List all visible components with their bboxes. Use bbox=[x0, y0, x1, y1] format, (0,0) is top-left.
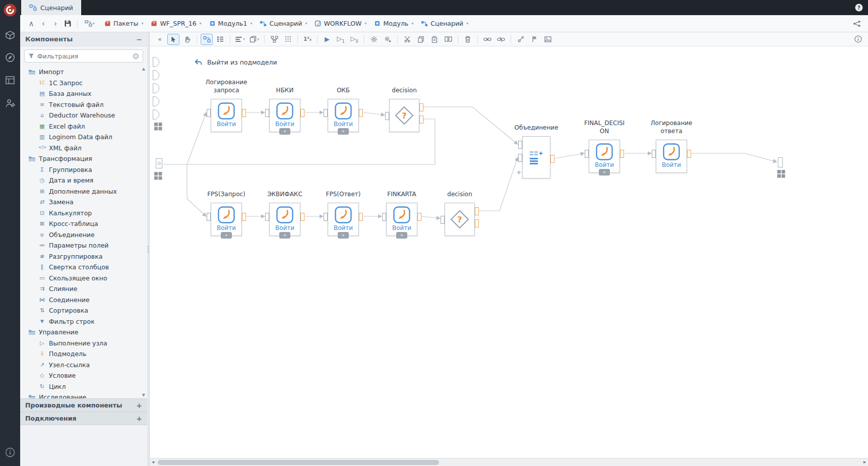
packages-icon[interactable] bbox=[2, 27, 18, 43]
info-icon[interactable] bbox=[852, 34, 864, 45]
workflow-canvas[interactable]: Выйти из подмодели bbox=[150, 46, 868, 458]
breadcrumb-wf-spr-16[interactable]: WF_SPR_16 ▾ bbox=[148, 18, 206, 29]
tree-item-дата-и-время[interactable]: ◷ Дата и время bbox=[20, 175, 147, 186]
catalog-icon[interactable] bbox=[2, 72, 18, 88]
administration-icon[interactable] bbox=[2, 95, 18, 111]
connection-wire[interactable] bbox=[163, 112, 206, 164]
unlink-icon[interactable] bbox=[495, 34, 507, 45]
input-port[interactable] bbox=[156, 158, 162, 168]
tree-item-excel-файл[interactable]: ▦ Excel файл bbox=[20, 121, 147, 132]
run-settings-icon[interactable] bbox=[382, 34, 394, 45]
auto-layout-icon[interactable] bbox=[268, 34, 280, 45]
horizontal-scrollbar[interactable]: ◂ ▸ bbox=[150, 458, 868, 466]
connection-wire[interactable] bbox=[555, 153, 584, 158]
expand-section-icon[interactable]: + bbox=[136, 402, 142, 409]
log-request-node[interactable]: Войти bbox=[211, 99, 242, 132]
breadcrumb-сценарий[interactable]: Сценарий ▾ bbox=[257, 18, 312, 29]
node-input-port[interactable] bbox=[382, 213, 386, 221]
node-input-port[interactable] bbox=[265, 213, 269, 221]
enter-submodel-link[interactable]: Войти bbox=[595, 161, 614, 168]
pan-tool-icon[interactable] bbox=[181, 34, 193, 45]
collapsed-ports-grid-icon[interactable] bbox=[154, 122, 162, 131]
node-output-port[interactable] bbox=[242, 213, 246, 221]
output-port[interactable] bbox=[778, 157, 783, 167]
node-output-port[interactable] bbox=[300, 109, 304, 117]
copy-icon[interactable] bbox=[415, 34, 427, 45]
collapse-panel-icon[interactable]: − bbox=[136, 36, 142, 43]
tree-item-сортировка[interactable]: ⇅ Сортировка bbox=[20, 305, 147, 316]
node-input-port[interactable] bbox=[652, 150, 656, 158]
run-from-node-icon[interactable]: ▷0 bbox=[348, 34, 360, 45]
export-image-icon[interactable] bbox=[542, 34, 554, 45]
list-view-icon[interactable] bbox=[214, 34, 226, 45]
section-connections[interactable]: Подключения + bbox=[20, 412, 147, 425]
enter-submodel-link[interactable]: Войти bbox=[662, 161, 681, 168]
scroll-down-icon[interactable]: ▼ bbox=[142, 393, 145, 397]
chevron-down-icon[interactable]: ▾ bbox=[305, 21, 307, 26]
tab-scenario[interactable]: Сценарий bbox=[21, 0, 81, 15]
connection-wire[interactable] bbox=[692, 153, 777, 162]
paste-icon[interactable] bbox=[428, 34, 441, 45]
node-output-port[interactable] bbox=[620, 150, 624, 158]
delete-icon[interactable] bbox=[462, 34, 474, 45]
collapse-panel-icon[interactable]: « bbox=[154, 34, 166, 45]
tree-folder-исследование[interactable]: Исследование bbox=[20, 392, 147, 398]
node-input-port[interactable] bbox=[324, 213, 328, 221]
filter-input[interactable] bbox=[37, 52, 130, 60]
settings-icon[interactable] bbox=[368, 34, 380, 45]
node-output-port[interactable] bbox=[242, 109, 246, 117]
decision-node-1[interactable]: ? bbox=[389, 99, 419, 132]
diagram-view-icon[interactable] bbox=[201, 34, 213, 45]
scrollbar-thumb[interactable] bbox=[158, 460, 439, 465]
node-input-port[interactable] bbox=[518, 141, 522, 149]
node-output-port[interactable] bbox=[359, 213, 363, 221]
union-node[interactable]: + bbox=[522, 136, 550, 179]
node-input-port[interactable] bbox=[324, 109, 328, 117]
duplicate-icon[interactable] bbox=[442, 34, 454, 45]
tree-item-подмодель[interactable]: ⇩ Подмодель bbox=[20, 348, 147, 360]
tree-item-условие[interactable]: ◇ Условие bbox=[20, 370, 147, 381]
tree-item-текстовый-файл[interactable]: ≡ Текстовый файл bbox=[20, 99, 147, 110]
enter-submodel-link[interactable]: Войти bbox=[275, 224, 294, 231]
connection-wire[interactable] bbox=[422, 216, 440, 218]
connection-wire[interactable] bbox=[363, 112, 385, 115]
tree-item-цикл[interactable]: ↻ Цикл bbox=[20, 381, 147, 392]
flag-icon[interactable] bbox=[528, 34, 540, 45]
connect-icon[interactable] bbox=[515, 34, 527, 45]
enter-submodel-link[interactable]: Войти bbox=[392, 224, 411, 231]
node-output-port[interactable] bbox=[475, 219, 479, 227]
arrange-icon[interactable]: ▾ bbox=[248, 34, 261, 45]
tree-item-группировка[interactable]: Σ Группировка bbox=[20, 164, 147, 176]
loginom-logo[interactable] bbox=[3, 3, 17, 19]
chevron-down-icon[interactable]: ▾ bbox=[200, 21, 202, 26]
tree-item-1с-запрос[interactable]: 1С 1С Запрос bbox=[20, 78, 147, 89]
tree-item-loginom-data-файл[interactable]: ▥ Loginom Data файл bbox=[20, 132, 147, 143]
breadcrumb-модуль1[interactable]: Модуль1 ▾ bbox=[206, 18, 257, 29]
share-icon[interactable] bbox=[853, 20, 863, 27]
final-decision-node[interactable]: Войти » bbox=[589, 140, 620, 173]
scroll-right-icon[interactable]: ▸ bbox=[863, 459, 866, 464]
save-icon[interactable] bbox=[61, 18, 74, 30]
expand-section-icon[interactable]: + bbox=[136, 415, 142, 422]
tree-folder-управление[interactable]: Управление bbox=[20, 327, 147, 338]
connection-wire[interactable] bbox=[423, 107, 518, 144]
chevron-down-icon[interactable]: ▾ bbox=[411, 21, 413, 26]
nav-back-icon[interactable]: ‹ bbox=[37, 18, 49, 30]
tree-item-кросс-таблица[interactable]: ⊠ Кросс-таблица bbox=[20, 218, 147, 229]
node-output-port[interactable] bbox=[550, 155, 554, 163]
run-to-node-icon[interactable]: ▷1 bbox=[335, 34, 347, 45]
renumber-icon[interactable]: 1²₃ bbox=[301, 34, 314, 45]
tree-item-слияние[interactable]: ⇉ Слияние bbox=[20, 283, 147, 295]
navigator-icon[interactable] bbox=[2, 49, 18, 66]
tree-item-калькулятор[interactable]: ⊡ Калькулятор bbox=[20, 208, 147, 219]
section-derived-components[interactable]: Производные компоненты + bbox=[20, 398, 147, 412]
nav-forward-icon[interactable]: › bbox=[49, 18, 61, 30]
enter-submodel-link[interactable]: Войти bbox=[334, 121, 353, 128]
chevron-down-icon[interactable]: ▾ bbox=[364, 21, 366, 26]
node-input-port[interactable] bbox=[441, 216, 445, 224]
tree-item-объединение[interactable]: ⊎ Объединение bbox=[20, 229, 147, 241]
scroll-left-icon[interactable]: ◂ bbox=[152, 459, 154, 464]
tree-item-скользящее-окно[interactable]: ▭ Скользящее окно bbox=[20, 273, 147, 284]
decision-node-2[interactable]: ? bbox=[445, 203, 475, 236]
enter-submodel-link[interactable]: Войти bbox=[334, 224, 353, 231]
